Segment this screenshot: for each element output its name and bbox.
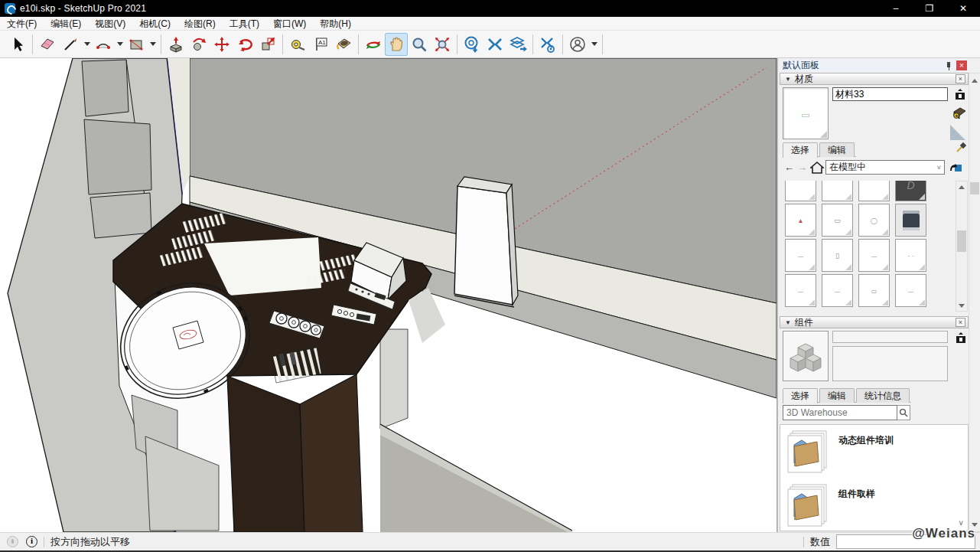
account-icon[interactable] — [566, 33, 589, 56]
panel-scrollbar[interactable] — [969, 73, 980, 532]
component-item-label: 组件取样 — [838, 488, 875, 529]
close-button[interactable]: ✕ — [946, 0, 980, 17]
rotate-tool-icon[interactable] — [233, 33, 256, 56]
component-name-field[interactable] — [832, 331, 948, 343]
menu-edit[interactable]: 编辑(E) — [44, 17, 88, 31]
material-name-input[interactable] — [832, 87, 948, 101]
pin-icon[interactable] — [944, 61, 953, 70]
component-preview — [783, 331, 829, 381]
pan-tool-icon[interactable] — [385, 33, 408, 56]
menu-view[interactable]: 视图(V) — [88, 17, 132, 31]
move-tool-icon[interactable] — [210, 33, 233, 56]
material-swatch-blank[interactable] — [785, 181, 816, 201]
back-arrow-icon[interactable]: ← — [783, 162, 796, 173]
scale-tool-icon[interactable] — [256, 33, 279, 56]
materials-tab-select[interactable]: 选择 — [783, 142, 818, 158]
component-add-icon[interactable] — [954, 332, 968, 344]
line-tool-icon[interactable] — [59, 33, 82, 56]
materials-tab-edit[interactable]: 编辑 — [819, 142, 855, 157]
material-swatch-blank[interactable] — [858, 181, 890, 201]
panel-close-button[interactable]: × — [956, 60, 967, 70]
arc-tool-icon[interactable] — [92, 33, 115, 56]
menu-help[interactable]: 帮助(H) — [313, 17, 358, 31]
warehouse-search-input[interactable] — [783, 405, 897, 420]
sample-paint-icon[interactable] — [948, 161, 965, 175]
info-icon[interactable] — [26, 536, 37, 547]
column-recess-3 — [90, 193, 151, 238]
components-nav-row: ▼ — [783, 406, 969, 420]
toolbar: A1 — [0, 31, 980, 58]
paint-bucket-tool-icon[interactable] — [332, 33, 355, 56]
components-tab-statistics[interactable]: 统计信息 — [856, 388, 910, 403]
component-description-field[interactable] — [832, 346, 948, 381]
material-swatch-ovalmark[interactable] — [858, 204, 890, 237]
material-swatch-dark[interactable] — [895, 181, 926, 201]
eraser-tool-icon[interactable] — [36, 33, 59, 56]
material-swatch-bracket[interactable] — [858, 274, 890, 307]
tape-measure-tool-icon[interactable] — [286, 33, 309, 56]
geolocation-icon[interactable] — [7, 536, 18, 547]
account-dropdown[interactable] — [589, 33, 599, 56]
paint-bucket-plus-icon[interactable]: + — [951, 104, 968, 121]
share-component-icon[interactable] — [506, 33, 529, 56]
push-pull-tool-icon[interactable] — [164, 33, 187, 56]
restore-button[interactable]: ❐ — [913, 0, 946, 17]
folder-stack-icon — [786, 430, 831, 475]
materials-section-header[interactable]: ▼ 材质 × — [780, 73, 969, 85]
rectangle-tool-dropdown[interactable] — [148, 33, 158, 56]
material-swatch-blank[interactable] — [822, 181, 853, 201]
material-swatch-dots[interactable] — [895, 239, 926, 272]
menu-draw[interactable]: 绘图(R) — [177, 17, 223, 31]
svg-text:+: + — [955, 113, 958, 119]
material-swatch-redmark[interactable] — [785, 204, 816, 237]
components-tab-edit[interactable]: 编辑 — [819, 388, 855, 403]
home-icon[interactable] — [809, 161, 825, 175]
zoom-tool-icon[interactable] — [408, 33, 431, 56]
menu-window[interactable]: 窗口(W) — [266, 17, 313, 31]
eyedropper-icon[interactable] — [954, 141, 968, 155]
share-model-icon[interactable] — [483, 33, 506, 56]
material-swatch-tagmark[interactable] — [822, 204, 853, 237]
minimize-button[interactable]: – — [879, 0, 913, 17]
text-tool-icon[interactable]: A1 — [309, 33, 332, 56]
get-models-warehouse-icon[interactable] — [461, 33, 483, 56]
materials-scrollbar[interactable] — [956, 181, 968, 312]
materials-grid — [783, 181, 956, 307]
3d-viewport[interactable] — [0, 58, 777, 532]
list-item[interactable]: 动态组件培训 — [786, 430, 894, 475]
extension-warehouse-icon[interactable] — [536, 33, 559, 56]
warehouse-search — [783, 405, 910, 420]
search-icon[interactable] — [897, 405, 910, 420]
orbit-tool-icon[interactable] — [362, 33, 385, 56]
statusbar: 按方向拖动以平移 数值 — [0, 532, 980, 550]
line-tool-dropdown[interactable] — [82, 33, 92, 56]
material-swatch-dash[interactable] — [822, 274, 853, 307]
menu-camera[interactable]: 相机(C) — [132, 17, 177, 31]
components-close-button[interactable]: × — [956, 318, 965, 327]
chevron-down-icon: ˅ — [937, 164, 941, 171]
create-material-icon[interactable] — [952, 87, 968, 101]
menu-tools[interactable]: 工具(T) — [223, 17, 266, 31]
materials-collection-dropdown[interactable]: 在模型中 ˅ — [825, 160, 945, 175]
forward-arrow-icon[interactable]: → — [796, 162, 809, 173]
material-swatch-dash[interactable] — [785, 239, 816, 272]
list-item[interactable]: 组件取样 — [786, 483, 875, 529]
components-tab-select[interactable]: 选择 — [783, 388, 818, 403]
pedestal-side — [300, 374, 363, 532]
secondary-pane-icon[interactable] — [948, 122, 968, 142]
follow-me-tool-icon[interactable] — [187, 33, 210, 56]
material-swatch-bus[interactable] — [895, 204, 926, 237]
select-tool-icon[interactable] — [6, 33, 29, 56]
zoom-extents-tool-icon[interactable] — [431, 33, 454, 56]
material-swatch-dash[interactable] — [785, 274, 816, 307]
cubes-icon — [789, 339, 822, 373]
material-swatch-bottle[interactable] — [822, 239, 853, 272]
materials-close-button[interactable]: × — [956, 74, 965, 83]
rectangle-tool-icon[interactable] — [125, 33, 148, 56]
components-section-header[interactable]: ▼ 组件 × — [780, 316, 969, 328]
material-swatch-dash[interactable] — [858, 239, 890, 272]
material-swatch-dash[interactable] — [895, 274, 926, 307]
arc-tool-dropdown[interactable] — [115, 33, 125, 56]
components-list: 动态组件培训 组件取样 ˅ — [780, 424, 969, 531]
menu-file[interactable]: 文件(F) — [0, 17, 44, 31]
